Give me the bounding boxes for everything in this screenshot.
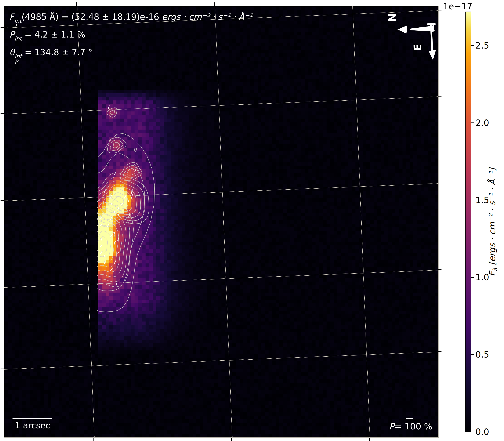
colorbar-tick-label: 0.5: [475, 349, 502, 360]
axis-tick: [438, 183, 442, 183]
scale-bar-label: 1 arcsec: [15, 421, 50, 430]
polarization-legend-bar: [406, 418, 413, 419]
flux-heatmap-canvas: [4, 6, 438, 437]
polarization-legend: P= 100 %: [389, 421, 432, 431]
colorbar-axis-label: Fλ [ergs · cm⁻² · s⁻¹ · Å⁻¹]: [487, 168, 499, 277]
colorbar-tick: [471, 432, 474, 432]
compass-east-label: E: [412, 44, 424, 51]
colorbar-tick: [471, 277, 474, 278]
axis-tick: [438, 351, 442, 352]
north-arrow: [397, 24, 435, 34]
axis-tick: [0, 27, 4, 28]
axis-tick: [76, 2, 77, 6]
polarization-symbol: P: [9, 30, 15, 40]
colorbar-tick-label: 2.0: [475, 118, 502, 128]
theta-symbol: θ: [9, 47, 15, 57]
colorbar-multiplier: 1e−17: [433, 1, 473, 11]
axis-tick: [352, 2, 352, 6]
colorbar-tick: [471, 45, 474, 46]
axis-tick: [231, 438, 232, 441]
flux-symbol: F: [9, 12, 14, 22]
polarization-value-text: Pint = 4.2 ± 1.1 %: [9, 29, 252, 47]
flux-value-text: Fintλ(4985 Å) = (52.48 ± 18.19)e-16 ergs…: [9, 11, 252, 29]
axis-tick: [0, 200, 4, 201]
colorbar: [465, 12, 471, 432]
axis-tick: [0, 113, 4, 114]
figure-page: Fintλ(4985 Å) = (52.48 ± 18.19)e-16 ergs…: [0, 0, 504, 441]
colorbar-tick-label: 0.0: [475, 427, 502, 437]
scale-bar: [13, 418, 52, 419]
axis-tick: [93, 438, 94, 441]
colorbar-tick-label: 2.5: [475, 41, 502, 51]
axis-tick: [214, 2, 214, 6]
axis-tick: [438, 269, 442, 270]
axis-tick: [0, 287, 4, 287]
axis-tick: [369, 438, 370, 441]
angle-value-text: θintP = 134.8 ± 7.7 °: [9, 47, 252, 64]
axis-tick: [0, 369, 4, 369]
sky-map: Fintλ(4985 Å) = (52.48 ± 18.19)e-16 ergs…: [4, 6, 439, 438]
compass-north-label: N: [386, 13, 398, 22]
colorbar-tick: [471, 200, 474, 200]
axis-tick: [438, 96, 442, 96]
colorbar-tick: [471, 354, 474, 355]
measurements-annotation: Fintλ(4985 Å) = (52.48 ± 18.19)e-16 ergs…: [9, 11, 252, 64]
colorbar-tick: [471, 123, 474, 123]
